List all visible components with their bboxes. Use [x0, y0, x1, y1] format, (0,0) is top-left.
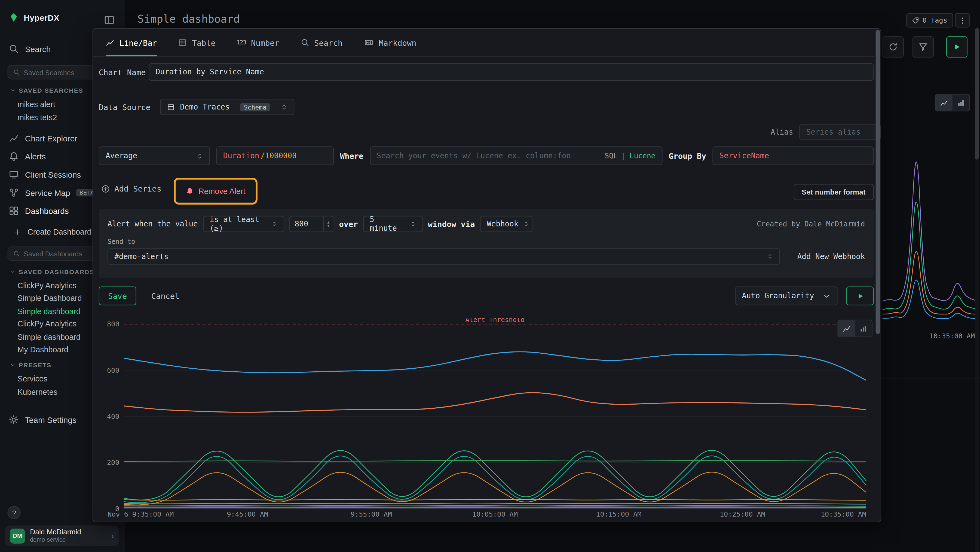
saved-search-item[interactable]: mikes alert — [18, 100, 55, 109]
chevron-updown-icon — [196, 152, 203, 159]
user-org: demo-service - — [30, 536, 81, 543]
play-icon — [953, 43, 961, 51]
tags-button[interactable]: 0 Tags — [906, 13, 953, 27]
alert-threshold-input[interactable]: ▲▼ — [289, 216, 334, 232]
sidebar-item-client-sessions[interactable]: Client Sessions — [9, 169, 81, 180]
saved-searches-placeholder: Saved Searches — [24, 69, 74, 76]
chart-name-input[interactable] — [149, 63, 873, 81]
set-number-format-button[interactable]: Set number format — [794, 184, 873, 200]
number-stepper[interactable]: ▲▼ — [323, 216, 334, 231]
remove-alert-button[interactable]: Remove Alert — [186, 187, 245, 195]
page-scrollbar[interactable] — [975, 28, 979, 552]
chart-type-toggle — [838, 320, 873, 337]
field-input[interactable]: Duration/1000000 — [216, 146, 334, 165]
page-title[interactable]: Simple dashboard — [137, 13, 240, 25]
saved-dashboards-placeholder: Saved Dashboards — [24, 250, 82, 257]
sidebar-item-service-map[interactable]: Service Map BETA — [9, 188, 97, 198]
where-placeholder: Search your events w/ Lucene ex. column:… — [377, 152, 571, 160]
saved-dashboards-header[interactable]: SAVED DASHBOARDS — [10, 268, 94, 275]
line-chart-toggle[interactable] — [838, 321, 855, 337]
chart-icon — [9, 133, 19, 143]
background-mini-chart — [883, 103, 978, 333]
dashboard-item[interactable]: My Dashboard — [18, 345, 68, 354]
tab-search[interactable]: Search — [301, 29, 342, 56]
run-query-button-bg[interactable] — [946, 36, 967, 57]
granularity-select[interactable]: Auto Granularity — [735, 287, 838, 305]
sidebar-collapse-icon[interactable] — [104, 14, 115, 26]
bar-chart-toggle[interactable] — [855, 321, 872, 337]
create-dashboard-button[interactable]: Create Dashboard — [14, 228, 91, 236]
sidebar-item-chart-explorer[interactable]: Chart Explorer — [9, 133, 77, 143]
sidebar-item-search[interactable]: Search — [9, 44, 51, 54]
search-icon — [13, 69, 20, 76]
search-icon — [13, 250, 20, 257]
chevron-updown-icon — [410, 221, 416, 227]
preset-item[interactable]: Services — [18, 375, 48, 383]
annotation-highlight-box: Remove Alert — [174, 178, 258, 204]
sidebar-item-dashboards[interactable]: Dashboards — [9, 206, 69, 216]
svg-text:10:25:00 AM: 10:25:00 AM — [720, 510, 765, 518]
data-source-select[interactable]: Demo Traces Schema — [160, 99, 294, 115]
run-chart-button[interactable] — [846, 287, 874, 305]
dashboard-item[interactable]: Simple dashboard — [18, 333, 80, 341]
play-icon — [856, 292, 864, 300]
help-button[interactable]: ? — [8, 506, 21, 519]
brand: HyperDX — [9, 13, 59, 22]
modal-scrollbar[interactable] — [876, 30, 880, 520]
svg-text:10:05:00 AM: 10:05:00 AM — [472, 510, 518, 518]
cancel-button[interactable]: Cancel — [151, 291, 180, 300]
tab-markdown[interactable]: Markdown — [364, 29, 416, 56]
saved-searches-header[interactable]: SAVED SEARCHES — [10, 87, 83, 94]
tag-icon — [912, 17, 920, 24]
chevron-updown-icon — [767, 254, 773, 260]
plus-icon — [14, 228, 22, 236]
alert-window-select[interactable]: 5 minute — [363, 216, 423, 232]
where-search-input[interactable]: Search your events w/ Lucene ex. column:… — [370, 146, 662, 165]
more-menu-button[interactable] — [955, 13, 970, 27]
presets-header[interactable]: PRESETS — [10, 362, 51, 369]
bg-chart-timestamp: 10:35:00 AM — [929, 332, 975, 340]
saved-search-item[interactable]: mikes tets2 — [18, 113, 57, 122]
sidebar-item-alerts[interactable]: Alerts — [9, 152, 46, 161]
alert-condition-select[interactable]: is at least (≥) — [203, 216, 284, 232]
data-source-label: Data Source — [99, 102, 160, 112]
tab-number[interactable]: 123 Number — [237, 29, 279, 56]
chevron-down-icon — [10, 269, 16, 274]
svg-text:9:55:00 AM: 9:55:00 AM — [351, 510, 392, 518]
tab-table[interactable]: Table — [178, 29, 216, 56]
query-language-toggle[interactable]: SQL | Lucene — [605, 152, 655, 160]
dashboard-item-active[interactable]: Simple dashboard — [18, 307, 80, 316]
sidebar-item-team-settings[interactable]: Team Settings — [9, 415, 76, 425]
dashboard-item[interactable]: Simple Dashboard — [18, 294, 82, 303]
preset-item[interactable]: Kubernetes — [18, 388, 57, 396]
send-to-label: Send to — [108, 238, 865, 245]
alert-created-by: Created by Dale McDiarmid — [757, 220, 865, 228]
search-icon — [301, 38, 309, 47]
tab-line-bar[interactable]: Line/Bar — [106, 29, 157, 56]
webhook-channel-select[interactable]: #demo-alerts — [108, 248, 780, 265]
duration-line-chart: 0200400600800Alert ThresholdNov 6 9:35:0… — [99, 318, 874, 521]
refresh-button[interactable] — [883, 36, 904, 57]
add-new-webhook-link[interactable]: Add New Webhook — [797, 252, 865, 261]
alias-label: Alias — [771, 128, 793, 136]
alias-input[interactable] — [800, 124, 881, 140]
window-via-label: window via — [428, 219, 475, 228]
dashboard-item[interactable]: ClickPy Analytics — [18, 281, 76, 290]
gear-icon — [9, 415, 19, 425]
database-icon — [167, 103, 175, 111]
dashboards-icon — [9, 206, 19, 216]
save-button[interactable]: Save — [99, 287, 136, 305]
app-root: HyperDX Search Saved Searches SAVED SEAR… — [0, 0, 980, 552]
user-menu[interactable]: DM Dale McDiarmid demo-service - › — [5, 526, 119, 546]
aggregation-select[interactable]: Average — [99, 146, 210, 165]
svg-text:600: 600 — [107, 367, 119, 374]
dashboard-item[interactable]: ClickPy Analytics — [18, 320, 76, 328]
group-by-input[interactable]: ServiceName — [713, 146, 873, 165]
alert-channel-type-select[interactable]: Webhook — [480, 216, 533, 232]
brand-name: HyperDX — [24, 13, 59, 22]
number-icon: 123 — [237, 40, 246, 46]
chevron-down-icon — [10, 88, 16, 93]
service-map-icon — [9, 188, 19, 198]
filter-button[interactable] — [913, 36, 934, 57]
add-series-button[interactable]: Add Series — [101, 184, 161, 193]
